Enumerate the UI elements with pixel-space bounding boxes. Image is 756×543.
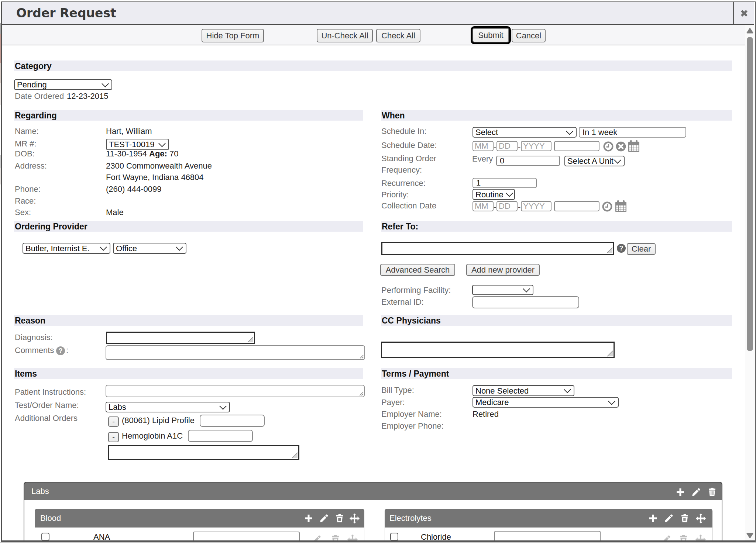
schedule-in-select[interactable]: Select	[472, 127, 577, 138]
collection-time-input[interactable]	[554, 201, 599, 211]
help-icon[interactable]	[56, 346, 65, 357]
bill-type-select[interactable]: None Selected	[472, 385, 574, 396]
dob-value: 11-30-1954 Age: 70	[106, 149, 179, 159]
ordering-provider-select[interactable]: Butler, Internist E.	[23, 243, 110, 254]
close-button[interactable]	[734, 2, 754, 24]
regarding-heading: Regarding	[15, 110, 57, 121]
resize-grip-icon[interactable]	[292, 452, 298, 459]
check-all-button[interactable]: Check All	[376, 29, 420, 42]
resize-grip-icon[interactable]	[247, 336, 254, 343]
additional-orders-textarea[interactable]	[108, 445, 299, 460]
scroll-up-icon[interactable]	[746, 28, 753, 34]
reason-section-bar: Reason	[14, 315, 363, 326]
patient-instructions-textarea[interactable]	[106, 385, 365, 397]
advanced-search-button[interactable]: Advanced Search	[380, 264, 455, 276]
order-item-input[interactable]	[200, 415, 265, 427]
diagnosis-label: Diagnosis:	[15, 332, 53, 343]
move-icon[interactable]	[696, 513, 706, 525]
resize-grip-icon[interactable]	[358, 391, 363, 396]
when-heading: When	[382, 110, 405, 121]
comments-colon: :	[66, 345, 68, 356]
external-id-input[interactable]	[472, 296, 579, 308]
add-new-provider-button[interactable]: Add new provider	[466, 264, 540, 276]
when-section-bar: When	[381, 110, 732, 121]
calendar-icon[interactable]	[615, 200, 626, 214]
order-item-name: Hemoglobin A1C	[122, 431, 183, 441]
unit-select[interactable]: Select A Unit	[564, 156, 625, 166]
recurrence-input[interactable]	[472, 178, 537, 188]
date-dash: -	[518, 203, 520, 211]
bill-type-select-wrap: None Selected	[472, 385, 574, 396]
scrollbar-thumb[interactable]	[747, 37, 753, 351]
comments-textarea[interactable]	[106, 345, 365, 360]
recurrence-label: Recurrence:	[381, 178, 426, 189]
add-icon[interactable]	[677, 488, 684, 497]
uncheck-all-button[interactable]: Un-Check All	[317, 29, 373, 42]
unit-select-wrap: Select A Unit	[564, 156, 625, 166]
order-item-input[interactable]	[188, 430, 253, 442]
collection-date-year-input[interactable]	[521, 201, 551, 211]
remove-order-button[interactable]: -	[108, 432, 119, 442]
performing-facility-select-wrap	[472, 285, 533, 295]
submit-button[interactable]: Submit	[472, 28, 509, 42]
performing-facility-select[interactable]	[472, 285, 533, 295]
delete-icon[interactable]	[681, 514, 688, 524]
refer-to-input[interactable]	[381, 242, 614, 255]
test-checkbox[interactable]	[390, 533, 398, 541]
test-checkbox[interactable]	[41, 533, 49, 541]
clock-icon[interactable]	[602, 201, 612, 213]
edit-icon[interactable]	[664, 514, 673, 524]
clock-icon[interactable]	[603, 141, 614, 153]
payer-select-wrap: Medicare	[472, 397, 619, 408]
delete-icon[interactable]	[336, 514, 343, 524]
move-icon[interactable]	[350, 513, 360, 525]
clear-date-icon[interactable]	[616, 141, 626, 153]
date-ordered-value: 12-23-2015	[67, 91, 109, 101]
test-order-name-select[interactable]: Labs	[106, 402, 230, 412]
add-icon[interactable]	[305, 515, 312, 523]
diagnosis-input[interactable]	[106, 332, 255, 344]
labs-panel-title: Labs	[31, 487, 49, 496]
cc-physicians-heading: CC Physicians	[382, 315, 441, 326]
remove-order-button[interactable]: -	[108, 416, 119, 427]
provider-location-select[interactable]: Office	[113, 243, 186, 254]
scroll-down-icon[interactable]	[746, 533, 753, 539]
test-order-select-wrap: Labs	[106, 402, 230, 412]
sex-label: Sex:	[15, 207, 31, 218]
hide-top-form-button[interactable]: Hide Top Form	[202, 29, 264, 42]
schedule-date-year-input[interactable]	[521, 141, 551, 151]
cancel-button[interactable]: Cancel	[512, 29, 546, 42]
standing-order-frequency-input[interactable]	[496, 156, 560, 166]
clear-button[interactable]: Clear	[627, 243, 656, 255]
edit-icon[interactable]	[320, 514, 329, 524]
comments-label: Comments	[15, 345, 54, 356]
resize-grip-icon[interactable]	[358, 353, 364, 359]
delete-icon[interactable]	[708, 488, 716, 497]
order-item-name: (80061) Lipid Profile	[122, 415, 195, 426]
schedule-date-month-input[interactable]	[472, 141, 494, 151]
schedule-in-input[interactable]	[579, 127, 686, 138]
items-heading: Items	[15, 368, 37, 379]
add-icon[interactable]	[649, 515, 657, 523]
age-label: Age:	[149, 149, 167, 158]
calendar-icon[interactable]	[628, 140, 639, 153]
schedule-time-input[interactable]	[554, 141, 599, 151]
resize-grip-icon[interactable]	[607, 350, 613, 357]
resize-grip-icon[interactable]	[606, 247, 613, 253]
schedule-date-day-input[interactable]	[496, 141, 518, 151]
payer-select[interactable]: Medicare	[472, 397, 619, 408]
blood-group-header: Blood	[35, 509, 364, 528]
provider-select-wrap: Butler, Internist E.	[23, 243, 110, 254]
category-select[interactable]: Pending	[14, 79, 112, 90]
mr-label: MR #:	[15, 139, 37, 149]
help-icon[interactable]	[617, 244, 626, 254]
collection-date-day-input[interactable]	[496, 201, 518, 211]
employer-name-value: Retired	[472, 409, 499, 419]
collection-date-month-input[interactable]	[472, 201, 494, 211]
every-label: Every	[472, 154, 493, 164]
dob-label: DOB:	[15, 149, 35, 159]
priority-select[interactable]: Routine	[472, 189, 515, 200]
cc-physicians-input[interactable]	[381, 342, 615, 358]
date-ordered-label: Date Ordered	[15, 91, 64, 101]
edit-icon[interactable]	[692, 488, 701, 498]
